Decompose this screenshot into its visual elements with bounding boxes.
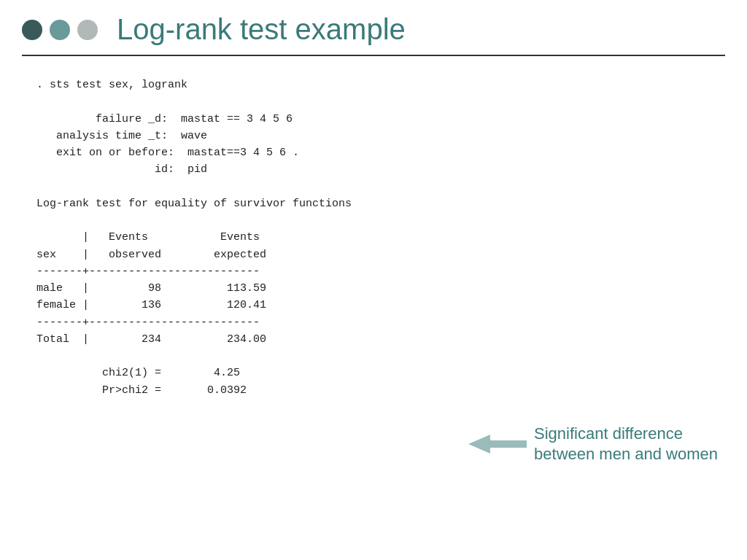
test-subtitle: Log-rank test for equality of survivor f… <box>36 198 352 210</box>
setup-line4: id: pid <box>36 163 207 176</box>
chi2-line: chi2(1) = 4.25 <box>36 367 240 379</box>
svg-marker-0 <box>468 435 527 454</box>
annotation-area: Significant difference between men and w… <box>468 424 718 465</box>
table-row-total: Total | 234 234.00 <box>36 333 266 346</box>
setup-line3: exit on or before: mastat==3 4 5 6 . <box>36 147 299 159</box>
pr-line: Pr>chi2 = 0.0392 <box>36 384 247 397</box>
setup-line1: failure _d: mastat == 3 4 5 6 <box>36 113 293 125</box>
slide-header: Log-rank test example <box>0 0 747 55</box>
annotation-arrow-icon <box>468 430 527 458</box>
slide-title: Log-rank test example <box>117 13 406 46</box>
table-row-male: male | 98 113.59 <box>36 282 266 295</box>
dot-3 <box>77 20 98 40</box>
table-divider1: -------+-------------------------- <box>36 265 260 278</box>
dot-2 <box>50 20 70 40</box>
command-line: . sts test sex, logrank failure _d: mast… <box>36 77 711 399</box>
table-divider2: -------+-------------------------- <box>36 316 260 329</box>
table-header1: | Events Events <box>36 231 260 244</box>
stata-command: . sts test sex, logrank <box>36 79 187 91</box>
annotation-line2: between men and women <box>534 445 718 463</box>
dot-group <box>22 20 98 40</box>
setup-line2: analysis time _t: wave <box>36 130 207 142</box>
table-row-female: female | 136 120.41 <box>36 299 266 311</box>
slide-content: . sts test sex, logrank failure _d: mast… <box>0 56 747 413</box>
annotation-text: Significant difference between men and w… <box>534 424 718 465</box>
annotation-line1: Significant difference <box>534 424 683 443</box>
dot-1 <box>22 20 42 40</box>
table-header2: sex | observed expected <box>36 249 266 261</box>
